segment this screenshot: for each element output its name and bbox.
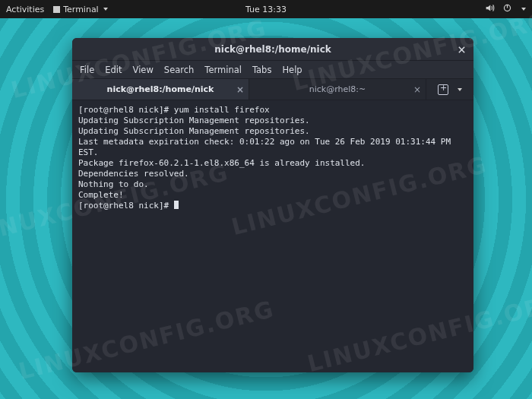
new-tab-button[interactable]: [438, 84, 448, 95]
terminal-output[interactable]: [root@rhel8 nick]# yum install firefox U…: [72, 100, 473, 372]
terminal-line: [root@rhel8 nick]# yum install firefox: [78, 105, 270, 115]
menu-search[interactable]: Search: [164, 65, 195, 75]
menu-help[interactable]: Help: [282, 65, 302, 75]
terminal-line: Dependencies resolved.: [78, 169, 189, 179]
menu-terminal[interactable]: Terminal: [204, 65, 242, 75]
menu-edit[interactable]: Edit: [105, 65, 122, 75]
gnome-topbar: Activities Terminal Tue 13:33: [0, 0, 532, 18]
active-app-indicator[interactable]: Terminal: [53, 5, 108, 14]
chevron-down-icon: [103, 8, 108, 11]
tab-label: nick@rhel8:~: [309, 84, 366, 94]
activities-button[interactable]: Activities: [6, 5, 44, 14]
system-menu-chevron-icon[interactable]: [521, 8, 526, 11]
menubar: File Edit View Search Terminal Tabs Help: [72, 61, 473, 79]
tabbar: nick@rhel8:/home/nick × nick@rhel8:~ ×: [72, 79, 473, 100]
tabbar-actions: [426, 79, 473, 100]
terminal-line: Package firefox-60.2.1-1.el8.x86_64 is a…: [78, 158, 366, 168]
terminal-app-icon: [53, 6, 60, 13]
close-button[interactable]: [455, 43, 467, 55]
terminal-line: Updating Subscription Management reposit…: [78, 116, 310, 125]
terminal-line: Nothing to do.: [78, 179, 149, 189]
menu-file[interactable]: File: [80, 65, 94, 75]
window-title: nick@rhel8:/home/nick: [214, 44, 331, 55]
tab-close-icon[interactable]: ×: [413, 84, 421, 95]
terminal-line: Updating Subscription Management reposit…: [78, 126, 310, 136]
volume-icon[interactable]: [485, 3, 495, 15]
power-icon[interactable]: [502, 3, 512, 15]
clock[interactable]: Tue 13:33: [245, 5, 287, 14]
tab-close-icon[interactable]: ×: [236, 84, 244, 95]
menu-view[interactable]: View: [133, 65, 154, 75]
tab-label: nick@rhel8:/home/nick: [107, 84, 214, 94]
terminal-line: Last metadata expiration check: 0:01:22 …: [78, 137, 456, 157]
active-app-name: Terminal: [63, 5, 99, 14]
window-titlebar[interactable]: nick@rhel8:/home/nick: [72, 38, 473, 61]
tab-2[interactable]: nick@rhel8:~ ×: [249, 79, 426, 100]
terminal-line: [root@rhel8 nick]#: [78, 201, 174, 211]
terminal-line: Complete!: [78, 190, 124, 200]
terminal-window: nick@rhel8:/home/nick File Edit View Sea…: [72, 38, 473, 372]
tab-1[interactable]: nick@rhel8:/home/nick ×: [72, 79, 249, 100]
terminal-cursor: [174, 201, 179, 209]
menu-tabs[interactable]: Tabs: [252, 65, 271, 75]
tab-menu-chevron-icon[interactable]: [458, 88, 462, 91]
